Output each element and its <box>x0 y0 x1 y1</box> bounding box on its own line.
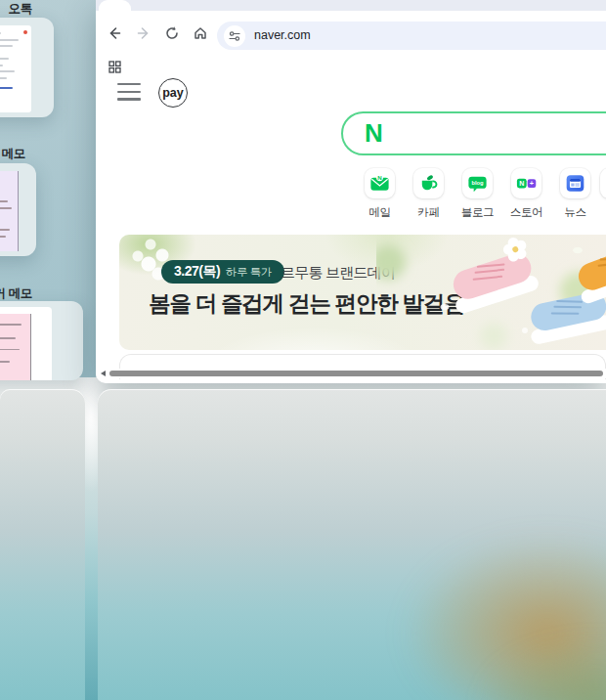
hamburger-menu-icon[interactable] <box>117 83 141 101</box>
text-skeleton <box>0 58 9 60</box>
scrollbar-thumb[interactable] <box>109 371 603 377</box>
service-mail[interactable]: N 메일 <box>357 168 403 220</box>
notification-dot <box>23 30 27 34</box>
task-label-memo: 메모 <box>0 146 25 162</box>
text-skeleton <box>0 87 13 89</box>
blog-icon-text: blog <box>471 180 484 186</box>
naver-pay-logo[interactable]: pay <box>158 78 188 108</box>
address-bar[interactable]: naver.com <box>217 22 606 50</box>
frosted-panel-left[interactable] <box>0 389 85 700</box>
scrollbar-left-arrow-icon[interactable] <box>101 371 106 376</box>
task-view-screen: 오톡 메모 커 메모 <box>0 0 606 700</box>
text-skeleton <box>0 45 13 47</box>
service-news[interactable]: 뉴스 <box>552 168 598 220</box>
svg-text:N: N <box>377 174 382 181</box>
shoes-illustration <box>376 235 606 350</box>
site-info-icon <box>229 30 240 42</box>
petal <box>441 304 450 310</box>
memo-thumbnail <box>0 171 19 251</box>
task-card-memo[interactable] <box>0 163 36 256</box>
promo-banner[interactable]: 3.27(목) 하루 특가 르무통 브랜드데이 봄을 더 즐겁게 걷는 편안한 … <box>119 235 606 350</box>
store-icon: N + <box>515 172 538 195</box>
text-skeleton <box>0 200 8 202</box>
service-blog[interactable]: blog 블로그 <box>454 168 500 220</box>
svg-text:N: N <box>519 180 524 188</box>
petal <box>522 328 528 333</box>
text-skeleton <box>0 65 3 66</box>
apps-grid-icon[interactable] <box>108 61 121 73</box>
text-skeleton <box>0 39 19 41</box>
text-skeleton <box>0 229 10 231</box>
task-label-kakaotalk: 오톡 <box>0 1 32 18</box>
text-skeleton <box>0 337 16 339</box>
service-cafe[interactable]: 카페 <box>406 168 452 220</box>
service-store[interactable]: N + 스토어 <box>503 168 549 220</box>
text-skeleton <box>0 324 22 326</box>
petal <box>573 247 583 253</box>
kakaotalk-thumbnail <box>0 25 31 112</box>
url-text: naver.com <box>254 22 311 50</box>
text-skeleton <box>0 236 6 238</box>
reload-icon[interactable] <box>164 25 180 41</box>
pink-sneaker <box>441 235 541 315</box>
browser-window[interactable]: naver.com pay N <box>96 0 606 383</box>
search-bar[interactable]: N <box>341 111 606 155</box>
news-icon <box>564 172 586 195</box>
text-skeleton <box>0 349 20 351</box>
svg-text:+: + <box>530 179 534 188</box>
sale-badge-label: 하루 특가 <box>226 265 272 280</box>
browser-toolbar: naver.com <box>96 11 606 56</box>
horizontal-scrollbar[interactable] <box>96 369 606 378</box>
browser-tab[interactable] <box>99 0 131 11</box>
task-card-sticky-memo[interactable] <box>0 301 83 380</box>
text-skeleton <box>0 32 1 34</box>
services-row: N 메일 카페 <box>357 168 598 220</box>
naver-logo: N <box>365 118 383 149</box>
cafe-icon <box>417 172 440 195</box>
back-icon[interactable] <box>107 25 122 41</box>
home-icon[interactable] <box>193 25 208 41</box>
tab-strip <box>96 0 606 11</box>
text-skeleton <box>0 77 7 79</box>
sale-badge: 3.27(목) 하루 특가 <box>161 260 284 284</box>
blog-icon: blog <box>466 172 489 195</box>
text-skeleton <box>0 70 15 72</box>
text-skeleton <box>0 361 10 363</box>
pink-note <box>0 314 31 380</box>
text-skeleton <box>0 207 12 209</box>
frosted-panel-right[interactable] <box>98 389 606 700</box>
service-partial-icon[interactable] <box>600 168 606 198</box>
sale-badge-date: 3.27(목) <box>174 263 220 281</box>
forward-icon[interactable] <box>136 25 152 41</box>
task-label-sticky-memo: 커 메모 <box>0 285 32 302</box>
site-info-button[interactable] <box>224 25 245 47</box>
bookmarks-bar <box>96 56 606 77</box>
sticky-memo-thumbnail <box>0 307 52 380</box>
task-card-kakaotalk[interactable] <box>0 18 54 117</box>
mail-icon: N <box>368 172 391 195</box>
